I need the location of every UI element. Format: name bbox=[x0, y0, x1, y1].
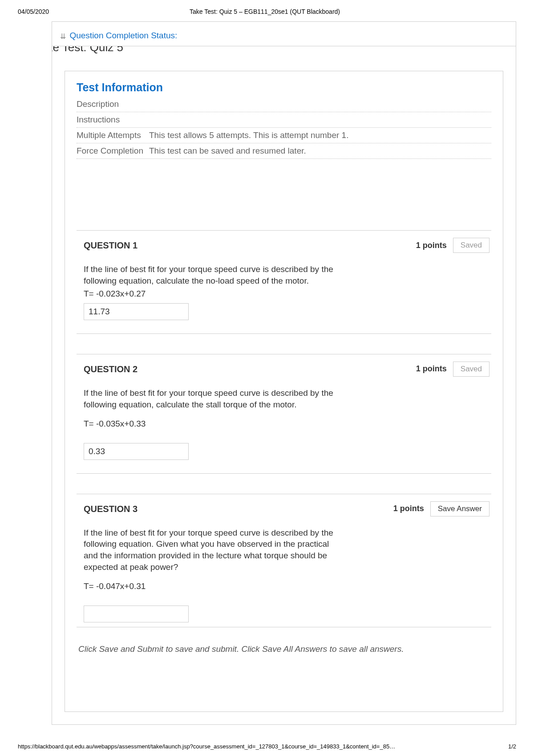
question-block-3: QUESTION 3 1 points Save Answer If the l… bbox=[77, 494, 491, 627]
save-answer-button[interactable]: Saved bbox=[453, 238, 490, 253]
question-header: QUESTION 3 1 points Save Answer bbox=[78, 501, 490, 516]
completion-status-bar: ⇊ Question Completion Status: bbox=[52, 28, 516, 46]
page-frame: ⇊ Question Completion Status: Take Test:… bbox=[52, 21, 516, 725]
info-label: Description bbox=[77, 99, 146, 109]
info-value: This test allows 5 attempts. This is att… bbox=[149, 130, 348, 140]
save-answer-button[interactable]: Save Answer bbox=[430, 501, 490, 516]
question-points: 1 points bbox=[393, 504, 424, 513]
question-body: If the line of best fit for your torque … bbox=[78, 527, 490, 622]
info-label: Force Completion bbox=[77, 146, 146, 156]
question-header: QUESTION 2 1 points Saved bbox=[78, 362, 490, 377]
footer-url: https://blackboard.qut.edu.au/webapps/as… bbox=[18, 743, 395, 750]
info-row-description: Description bbox=[77, 97, 491, 112]
question-prompt: If the line of best fit for your torque … bbox=[84, 387, 342, 410]
question-body: If the line of best fit for your torque … bbox=[78, 387, 490, 460]
question-body: If the line of best fit for your torque … bbox=[78, 264, 490, 320]
print-header: 04/05/2020 Take Test: Quiz 5 – EGB111_20… bbox=[0, 0, 534, 18]
chevron-down-icon: ⇊ bbox=[60, 32, 66, 41]
answer-input[interactable] bbox=[84, 303, 189, 320]
completion-status-link[interactable]: Question Completion Status: bbox=[69, 31, 177, 40]
test-info-heading: Test Information bbox=[77, 81, 491, 97]
question-block-2: QUESTION 2 1 points Saved If the line of… bbox=[77, 354, 491, 474]
info-row-instructions: Instructions bbox=[77, 112, 491, 128]
info-row-force-completion: Force Completion This test can be saved … bbox=[77, 143, 491, 159]
question-points: 1 points bbox=[416, 364, 447, 374]
info-label: Instructions bbox=[77, 115, 146, 125]
submit-hint: Click Save and Submit to save and submit… bbox=[77, 641, 491, 654]
question-meta: 1 points Save Answer bbox=[393, 501, 490, 516]
footer-page: 1/2 bbox=[508, 743, 516, 750]
test-content-box: Test Information Description Instruction… bbox=[65, 71, 503, 712]
print-title: Take Test: Quiz 5 – EGB111_20se1 (QUT Bl… bbox=[49, 8, 481, 15]
question-title: QUESTION 3 bbox=[78, 501, 138, 514]
question-points: 1 points bbox=[416, 241, 447, 250]
question-meta: 1 points Saved bbox=[416, 238, 490, 253]
question-prompt: If the line of best fit for your torque … bbox=[84, 264, 342, 286]
question-prompt: If the line of best fit for your torque … bbox=[84, 527, 342, 573]
question-title: QUESTION 2 bbox=[78, 362, 138, 374]
question-header: QUESTION 1 1 points Saved bbox=[78, 238, 490, 253]
question-equation: T= -0.035x+0.33 bbox=[84, 418, 490, 430]
question-title: QUESTION 1 bbox=[78, 238, 138, 251]
print-footer: https://blackboard.qut.edu.au/webapps/as… bbox=[18, 743, 516, 750]
question-meta: 1 points Saved bbox=[416, 362, 490, 377]
question-equation: T= -0.023x+0.27 bbox=[84, 288, 490, 300]
info-row-multiple-attempts: Multiple Attempts This test allows 5 att… bbox=[77, 128, 491, 143]
question-block-1: QUESTION 1 1 points Saved If the line of… bbox=[77, 230, 491, 334]
answer-input[interactable] bbox=[84, 443, 189, 460]
save-answer-button[interactable]: Saved bbox=[453, 362, 490, 377]
question-equation: T= -0.047x+0.31 bbox=[84, 581, 490, 592]
questions-container: QUESTION 1 1 points Saved If the line of… bbox=[77, 230, 491, 654]
info-label: Multiple Attempts bbox=[77, 130, 146, 140]
info-value: This test can be saved and resumed later… bbox=[149, 146, 306, 156]
answer-input[interactable] bbox=[84, 606, 189, 622]
print-date: 04/05/2020 bbox=[18, 8, 49, 15]
